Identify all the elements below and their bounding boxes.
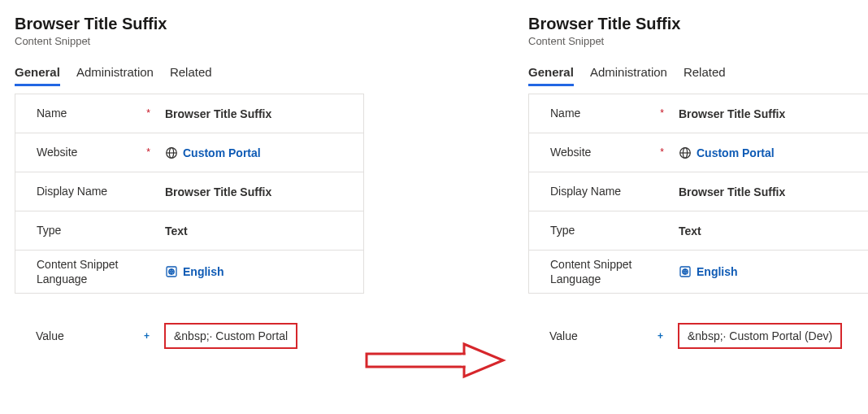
required-mark: *: [660, 146, 664, 159]
label-text: Website: [550, 146, 591, 159]
required-mark: *: [146, 107, 150, 120]
field-value-value[interactable]: &nbsp;· Custom Portal (Dev): [671, 323, 863, 349]
field-value-name[interactable]: Browser Title Suffix: [672, 107, 862, 120]
highlighted-value: &nbsp;· Custom Portal (Dev): [678, 323, 842, 349]
label-text: Name: [37, 107, 67, 120]
svg-marker-7: [464, 344, 503, 377]
field-value-value[interactable]: &nbsp;· Custom Portal: [158, 323, 349, 349]
label-text: Website: [37, 146, 77, 159]
label-text: Value: [549, 329, 578, 342]
field-value-name[interactable]: Browser Title Suffix: [158, 107, 349, 120]
lookup-text: Custom Portal: [183, 146, 261, 159]
field-row-language: Content Snippet Language English: [15, 251, 363, 293]
lookup-text: English: [183, 265, 224, 278]
field-label-name: Name *: [37, 106, 158, 120]
tab-related[interactable]: Related: [170, 60, 212, 86]
field-label-value: Value +: [36, 329, 158, 343]
field-row-website: Website * Custom Portal: [15, 133, 363, 172]
entity-type: Content Snippet: [15, 35, 364, 47]
field-label-website: Website *: [550, 145, 672, 159]
field-value-type[interactable]: Text: [672, 224, 862, 238]
lookup-text: English: [697, 265, 738, 278]
field-label-language: Content Snippet Language: [37, 257, 158, 286]
field-row-display-name: Display Name Browser Title Suffix: [15, 172, 363, 211]
field-row-name: Name * Browser Title Suffix: [15, 94, 363, 133]
field-row-name: Name * Browser Title Suffix: [529, 94, 868, 133]
tab-administration[interactable]: Administration: [76, 60, 154, 86]
language-icon: [679, 265, 692, 278]
field-row-website: Website * Custom Portal: [529, 133, 868, 172]
field-value-type[interactable]: Text: [158, 224, 349, 238]
tab-general[interactable]: General: [528, 60, 574, 86]
field-row-value: Value + &nbsp;· Custom Portal (Dev): [528, 316, 868, 355]
svg-rect-6: [367, 354, 464, 367]
form-general: Name * Browser Title Suffix Website * Cu…: [15, 94, 364, 294]
field-value-language[interactable]: English: [672, 265, 862, 278]
field-value-language[interactable]: English: [158, 265, 349, 278]
field-value-display-name[interactable]: Browser Title Suffix: [158, 185, 349, 198]
field-label-display-name: Display Name: [37, 184, 158, 198]
field-row-display-name: Display Name Browser Title Suffix: [529, 172, 868, 211]
field-label-language: Content Snippet Language: [550, 257, 672, 286]
panel-right: Browser Title Suffix Content Snippet Gen…: [528, 15, 868, 355]
field-row-language: Content Snippet Language English: [529, 251, 868, 293]
field-label-website: Website *: [37, 145, 158, 159]
field-label-value: Value +: [549, 329, 671, 343]
field-value-display-name[interactable]: Browser Title Suffix: [672, 185, 862, 198]
globe-icon: [165, 146, 178, 159]
field-label-type: Type: [37, 223, 158, 238]
globe-icon: [679, 146, 692, 159]
lookup-text: Custom Portal: [697, 146, 775, 159]
tab-general[interactable]: General: [15, 60, 60, 86]
field-label-display-name: Display Name: [550, 184, 672, 198]
required-mark: *: [146, 146, 150, 159]
field-row-type: Type Text: [529, 211, 868, 251]
tab-related[interactable]: Related: [684, 60, 726, 86]
tabs: General Administration Related: [15, 60, 364, 87]
required-mark: *: [660, 107, 664, 120]
page-title: Browser Title Suffix: [15, 15, 364, 33]
field-row-value: Value + &nbsp;· Custom Portal: [15, 316, 364, 355]
entity-type: Content Snippet: [528, 35, 868, 47]
form-general: Name * Browser Title Suffix Website * Cu…: [528, 94, 868, 294]
field-label-type: Type: [550, 223, 672, 238]
field-value-website[interactable]: Custom Portal: [158, 146, 349, 159]
field-label-name: Name *: [550, 106, 672, 120]
add-icon: +: [144, 330, 150, 343]
language-icon: [165, 265, 178, 278]
svg-rect-8: [462, 355, 467, 366]
tabs: General Administration Related: [528, 60, 868, 87]
page-title: Browser Title Suffix: [528, 15, 868, 33]
label-text: Value: [36, 329, 64, 342]
field-value-website[interactable]: Custom Portal: [672, 146, 862, 159]
label-text: Name: [550, 107, 580, 120]
highlighted-value: &nbsp;· Custom Portal: [164, 323, 297, 349]
field-row-type: Type Text: [15, 211, 363, 251]
panel-left: Browser Title Suffix Content Snippet Gen…: [15, 15, 364, 355]
add-icon: +: [658, 330, 663, 343]
arrow-icon: [362, 340, 508, 383]
tab-administration[interactable]: Administration: [590, 60, 667, 86]
